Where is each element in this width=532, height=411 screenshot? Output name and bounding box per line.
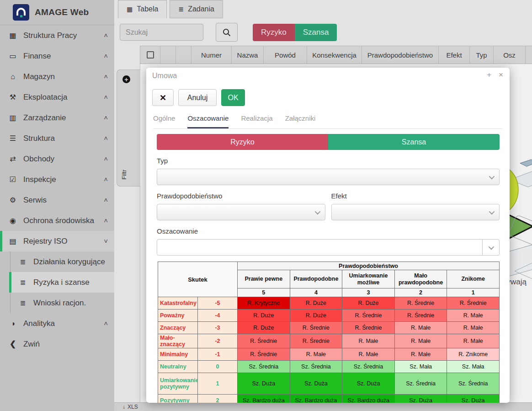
dropdown-button[interactable]	[482, 240, 499, 255]
chevron-down-icon: ˅	[104, 237, 108, 245]
matrix-level-umiarkowanie-możliwe: Umiarkowanie możliwe	[342, 270, 395, 288]
column-header-numer[interactable]: Numer	[192, 46, 232, 64]
sidebar-subitem-ryzyka-i-szanse[interactable]: ≣Ryzyka i szanse	[11, 272, 114, 293]
chevron-down-icon	[489, 244, 495, 250]
matrix-cell: Sz. Duża	[290, 373, 342, 395]
chevron-up-icon: ˄	[104, 196, 108, 204]
sidebar-item-rejestry-iso[interactable]: ▤Rejestry ISO˅	[0, 231, 114, 251]
sidebar-item-zwiń[interactable]: ❮Zwiń	[0, 334, 114, 354]
sidebar-item-struktura-pracy[interactable]: ▦Struktura Pracy˄	[0, 25, 114, 46]
office-icon: ▥	[7, 113, 19, 122]
matrix-row-label: Katastrofalny	[158, 297, 198, 310]
risk-matrix: SkutekPrawdopodobieństwoPrawie pewnePraw…	[158, 262, 500, 403]
column-header-efekt[interactable]: Efekt	[439, 46, 470, 64]
industry-icon: ⚒	[7, 93, 19, 101]
matrix-row-value: -5	[198, 297, 238, 310]
matrix-cell: Sz. Bardzo duża	[290, 395, 342, 403]
column-header-prawdopodobieństwo[interactable]: Prawdopodobieństwo	[362, 46, 439, 64]
matrix-cell: R. Małe	[447, 322, 500, 334]
risk-toggle-button[interactable]: Ryzyko	[157, 134, 328, 150]
matrix-cell: R. Średnie	[394, 310, 447, 322]
oszacowanie-select[interactable]	[157, 239, 500, 256]
matrix-row-label: Poważny	[158, 310, 198, 322]
matrix-level-mało-prawdopodobne: Mało prawdopodobne	[394, 270, 447, 288]
sidebar-item-obchody[interactable]: ⇄Obchody˄	[0, 149, 114, 169]
matrix-cell: R. Średnie	[238, 334, 290, 348]
plus-circle-icon[interactable]: +	[122, 75, 130, 83]
sidebar-item-magazyn[interactable]: ⌂Magazyn˄	[0, 66, 114, 87]
dialog-window-buttons: + ×	[487, 70, 503, 80]
sidebar-item-label: Ochrona środowiska	[23, 216, 104, 225]
grid-header-empty	[160, 46, 176, 64]
sidebar-item-label: Finanse	[23, 52, 104, 61]
column-header-powód[interactable]: Powód	[264, 46, 307, 64]
chance-toggle-button[interactable]: Szansa	[328, 134, 500, 150]
sidebar-item-zarządzanie[interactable]: ▥Zarządzanie˄	[0, 107, 114, 128]
tab-tabela[interactable]: ▦Tabela	[118, 0, 167, 18]
dialog-tab-realizacja[interactable]: Realizacja	[241, 114, 272, 128]
sidebar-item-analityka[interactable]: ◑Analityka˄	[0, 313, 114, 334]
matrix-cell: R. Średnie	[290, 334, 342, 348]
matrix-cell: R. Duże	[290, 310, 342, 322]
chevron-down-icon	[314, 209, 320, 215]
search-button[interactable]	[216, 23, 238, 42]
close-x-button[interactable]: ✕	[152, 89, 174, 106]
select-all-checkbox[interactable]	[147, 51, 154, 59]
dialog-tab-oszacowanie[interactable]: Oszacowanie	[187, 114, 229, 128]
matrix-row-pozytywny: Pozytywny2Sz. Bardzo dużaSz. Bardzo duża…	[158, 395, 500, 403]
matrix-level-value: 5	[238, 288, 290, 297]
sidebar-item-struktura[interactable]: ☰Struktura˄	[0, 128, 114, 149]
matrix-row-value: -2	[198, 334, 238, 348]
chevron-up-icon: ˄	[104, 52, 108, 60]
risk-filter-button[interactable]: Ryzyko	[253, 24, 295, 41]
prawdopodobienstwo-select[interactable]	[157, 204, 325, 220]
matrix-cell: R. Duże	[238, 322, 290, 334]
search-input[interactable]	[120, 24, 203, 41]
tab-zadania[interactable]: ≣Zadania	[170, 0, 223, 18]
cancel-button[interactable]: Anuluj	[178, 89, 217, 106]
sidebar-item-label: Struktura Pracy	[23, 31, 104, 40]
matrix-cell: Sz. Średnia	[290, 361, 342, 373]
filter-panel-handle[interactable]: + Filtr	[117, 69, 140, 187]
sidebar-subitem-wnioski-racjon[interactable]: ≣Wnioski racjon.	[11, 293, 114, 313]
dialog-tab-ogólne[interactable]: Ogólne	[153, 114, 175, 128]
select-all-cell	[140, 46, 160, 64]
toolbar: Ryzyko Szansa	[120, 23, 337, 42]
sidebar-item-finanse[interactable]: ▭Finanse˄	[0, 46, 114, 66]
close-icon[interactable]: ×	[499, 70, 503, 80]
globe-icon: ◉	[7, 216, 19, 225]
download-icon: ↓	[122, 404, 125, 410]
typ-select[interactable]	[157, 169, 500, 185]
column-header-nazwa[interactable]: Nazwa	[232, 46, 264, 64]
column-header-osz[interactable]: Osz	[494, 46, 526, 64]
sidebar-item-ochrona-środowiska[interactable]: ◉Ochrona środowiska˄	[0, 210, 114, 231]
sidebar-subitem-działania-korygujące[interactable]: ≣Działania korygujące	[11, 251, 114, 272]
matrix-cell: R. Małe	[447, 334, 500, 348]
dialog-tab-załączniki[interactable]: Załączniki	[285, 114, 316, 128]
chance-filter-button[interactable]: Szansa	[295, 24, 337, 41]
chevron-down-icon	[489, 174, 495, 180]
sidebar-item-inspekcje[interactable]: ☑Inspekcje˄	[0, 169, 114, 190]
matrix-cell: R. Małe	[342, 334, 395, 348]
dialog-title: Umowa	[152, 72, 177, 80]
matrix-level-value: 1	[447, 288, 500, 297]
sidebar-item-label: Wnioski racjon.	[33, 299, 108, 308]
chevron-up-icon: ˄	[104, 320, 108, 327]
ok-button[interactable]: OK	[221, 89, 245, 106]
sidebar-item-eksploatacja[interactable]: ⚒Eksploatacja˄	[0, 87, 114, 107]
view-tabbar: ▦Tabela≣Zadania	[114, 0, 532, 18]
sidebar-item-serwis[interactable]: ⚙Serwis˄	[0, 190, 114, 210]
column-header-konsekwencja[interactable]: Konsekwencja	[307, 46, 362, 64]
tab-label: Zadania	[188, 5, 214, 13]
chevron-up-icon: ˄	[104, 176, 108, 183]
efekt-select[interactable]	[331, 204, 500, 220]
risk-matrix-table: SkutekPrawdopodobieństwoPrawie pewnePraw…	[158, 262, 500, 403]
tab-label: Tabela	[137, 5, 158, 13]
column-header-typ[interactable]: Typ	[470, 46, 494, 64]
matrix-cell: Sz. Bardzo duża	[342, 395, 395, 403]
list-icon: ≣	[17, 299, 29, 307]
export-xls-link[interactable]: ↓ XLS	[122, 404, 138, 410]
sidebar-item-label: Analityka	[23, 319, 104, 328]
matrix-row-label: Minimalny	[158, 348, 198, 361]
maximize-icon[interactable]: +	[487, 70, 491, 80]
